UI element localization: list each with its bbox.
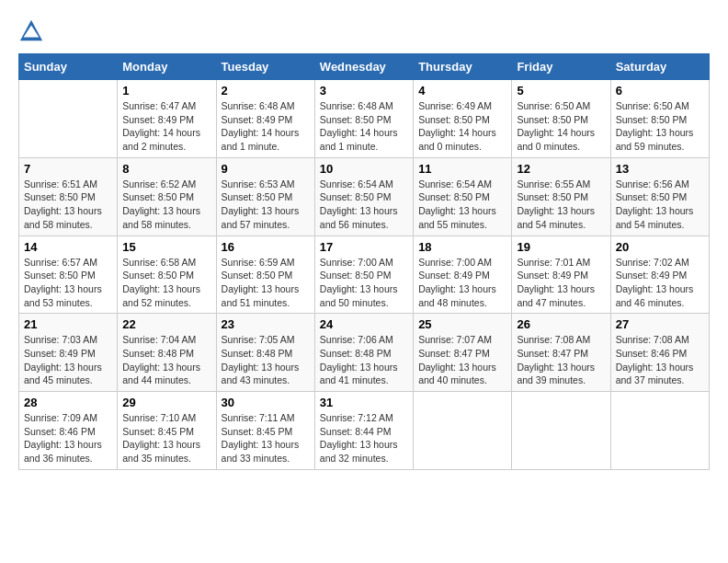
day-info: Sunrise: 6:48 AM Sunset: 8:49 PM Dayligh… <box>222 99 310 154</box>
calendar-cell: 29Sunrise: 7:10 AM Sunset: 8:45 PM Dayli… <box>118 392 216 470</box>
calendar-week-row: 21Sunrise: 7:03 AM Sunset: 8:49 PM Dayli… <box>19 314 710 392</box>
day-info: Sunrise: 6:50 AM Sunset: 8:50 PM Dayligh… <box>517 99 605 154</box>
day-number: 18 <box>418 240 506 254</box>
calendar-cell: 27Sunrise: 7:08 AM Sunset: 8:46 PM Dayli… <box>610 314 709 392</box>
day-info: Sunrise: 7:10 AM Sunset: 8:45 PM Dayligh… <box>122 411 210 465</box>
calendar-cell: 25Sunrise: 7:07 AM Sunset: 8:47 PM Dayli… <box>414 314 512 392</box>
calendar-week-row: 14Sunrise: 6:57 AM Sunset: 8:50 PM Dayli… <box>19 236 710 314</box>
weekday-header-sunday: Sunday <box>19 54 118 80</box>
calendar-cell: 20Sunrise: 7:02 AM Sunset: 8:49 PM Dayli… <box>610 236 709 314</box>
day-info: Sunrise: 7:00 AM Sunset: 8:50 PM Dayligh… <box>320 256 408 310</box>
calendar-cell: 26Sunrise: 7:08 AM Sunset: 8:47 PM Dayli… <box>512 314 610 392</box>
calendar-cell: 30Sunrise: 7:11 AM Sunset: 8:45 PM Dayli… <box>216 392 314 470</box>
weekday-header-tuesday: Tuesday <box>216 54 314 80</box>
day-number: 11 <box>418 162 506 176</box>
day-info: Sunrise: 6:47 AM Sunset: 8:49 PM Dayligh… <box>122 99 210 154</box>
day-info: Sunrise: 7:08 AM Sunset: 8:47 PM Dayligh… <box>517 333 605 387</box>
day-number: 22 <box>122 317 210 331</box>
day-number: 23 <box>222 317 310 331</box>
day-number: 28 <box>24 396 112 409</box>
day-info: Sunrise: 7:01 AM Sunset: 8:49 PM Dayligh… <box>517 256 605 310</box>
calendar-week-row: 28Sunrise: 7:09 AM Sunset: 8:46 PM Dayli… <box>19 392 710 470</box>
day-number: 9 <box>222 162 310 176</box>
day-info: Sunrise: 6:49 AM Sunset: 8:50 PM Dayligh… <box>418 99 506 154</box>
day-info: Sunrise: 6:51 AM Sunset: 8:50 PM Dayligh… <box>24 178 112 232</box>
day-number: 25 <box>418 317 506 331</box>
day-number: 16 <box>222 240 310 254</box>
day-info: Sunrise: 7:04 AM Sunset: 8:48 PM Dayligh… <box>122 333 210 387</box>
day-info: Sunrise: 6:58 AM Sunset: 8:50 PM Dayligh… <box>122 256 210 310</box>
calendar-cell: 10Sunrise: 6:54 AM Sunset: 8:50 PM Dayli… <box>314 157 413 236</box>
calendar-cell: 2Sunrise: 6:48 AM Sunset: 8:49 PM Daylig… <box>216 80 314 158</box>
day-number: 20 <box>616 240 704 254</box>
day-info: Sunrise: 6:54 AM Sunset: 8:50 PM Dayligh… <box>320 178 408 232</box>
day-number: 13 <box>616 162 704 176</box>
day-number: 10 <box>320 162 408 176</box>
weekday-header-thursday: Thursday <box>414 54 512 80</box>
general-blue-logo-icon <box>18 18 44 44</box>
calendar-cell: 6Sunrise: 6:50 AM Sunset: 8:50 PM Daylig… <box>610 80 709 158</box>
day-info: Sunrise: 7:09 AM Sunset: 8:46 PM Dayligh… <box>24 411 112 465</box>
day-number: 6 <box>616 84 704 98</box>
day-info: Sunrise: 7:07 AM Sunset: 8:47 PM Dayligh… <box>418 333 506 387</box>
calendar-table: SundayMondayTuesdayWednesdayThursdayFrid… <box>18 53 710 470</box>
calendar-week-row: 7Sunrise: 6:51 AM Sunset: 8:50 PM Daylig… <box>19 157 710 236</box>
calendar-cell: 19Sunrise: 7:01 AM Sunset: 8:49 PM Dayli… <box>512 236 610 314</box>
calendar-cell: 23Sunrise: 7:05 AM Sunset: 8:48 PM Dayli… <box>216 314 314 392</box>
page-header <box>18 18 710 44</box>
day-number: 24 <box>320 317 408 331</box>
day-info: Sunrise: 7:00 AM Sunset: 8:49 PM Dayligh… <box>418 256 506 310</box>
calendar-cell: 14Sunrise: 6:57 AM Sunset: 8:50 PM Dayli… <box>19 236 118 314</box>
calendar-cell <box>414 392 512 470</box>
calendar-cell: 22Sunrise: 7:04 AM Sunset: 8:48 PM Dayli… <box>118 314 216 392</box>
calendar-cell: 7Sunrise: 6:51 AM Sunset: 8:50 PM Daylig… <box>19 157 118 236</box>
day-info: Sunrise: 6:53 AM Sunset: 8:50 PM Dayligh… <box>222 178 310 232</box>
weekday-header-friday: Friday <box>512 54 610 80</box>
day-info: Sunrise: 6:54 AM Sunset: 8:50 PM Dayligh… <box>418 178 506 232</box>
calendar-cell: 15Sunrise: 6:58 AM Sunset: 8:50 PM Dayli… <box>118 236 216 314</box>
calendar-cell: 13Sunrise: 6:56 AM Sunset: 8:50 PM Dayli… <box>610 157 709 236</box>
weekday-header-monday: Monday <box>118 54 216 80</box>
day-info: Sunrise: 7:08 AM Sunset: 8:46 PM Dayligh… <box>616 333 704 387</box>
day-info: Sunrise: 6:50 AM Sunset: 8:50 PM Dayligh… <box>616 99 704 154</box>
calendar-cell <box>512 392 610 470</box>
day-info: Sunrise: 7:06 AM Sunset: 8:48 PM Dayligh… <box>320 333 408 387</box>
day-number: 1 <box>122 84 210 98</box>
weekday-header-row: SundayMondayTuesdayWednesdayThursdayFrid… <box>19 54 710 80</box>
day-number: 7 <box>24 162 112 176</box>
calendar-cell <box>19 80 118 158</box>
day-info: Sunrise: 7:05 AM Sunset: 8:48 PM Dayligh… <box>222 333 310 387</box>
calendar-cell: 18Sunrise: 7:00 AM Sunset: 8:49 PM Dayli… <box>414 236 512 314</box>
day-info: Sunrise: 7:11 AM Sunset: 8:45 PM Dayligh… <box>222 411 310 465</box>
day-number: 21 <box>24 317 112 331</box>
day-number: 27 <box>616 317 704 331</box>
calendar-cell: 1Sunrise: 6:47 AM Sunset: 8:49 PM Daylig… <box>118 80 216 158</box>
day-number: 4 <box>418 84 506 98</box>
calendar-week-row: 1Sunrise: 6:47 AM Sunset: 8:49 PM Daylig… <box>19 80 710 158</box>
day-number: 29 <box>122 396 210 409</box>
day-info: Sunrise: 6:57 AM Sunset: 8:50 PM Dayligh… <box>24 256 112 310</box>
calendar-cell: 12Sunrise: 6:55 AM Sunset: 8:50 PM Dayli… <box>512 157 610 236</box>
weekday-header-wednesday: Wednesday <box>314 54 413 80</box>
day-number: 8 <box>122 162 210 176</box>
calendar-cell: 8Sunrise: 6:52 AM Sunset: 8:50 PM Daylig… <box>118 157 216 236</box>
day-number: 19 <box>517 240 605 254</box>
day-info: Sunrise: 6:56 AM Sunset: 8:50 PM Dayligh… <box>616 178 704 232</box>
day-info: Sunrise: 7:02 AM Sunset: 8:49 PM Dayligh… <box>616 256 704 310</box>
calendar-cell: 5Sunrise: 6:50 AM Sunset: 8:50 PM Daylig… <box>512 80 610 158</box>
day-number: 15 <box>122 240 210 254</box>
day-number: 26 <box>517 317 605 331</box>
calendar-cell: 9Sunrise: 6:53 AM Sunset: 8:50 PM Daylig… <box>216 157 314 236</box>
day-number: 12 <box>517 162 605 176</box>
calendar-cell: 24Sunrise: 7:06 AM Sunset: 8:48 PM Dayli… <box>314 314 413 392</box>
day-info: Sunrise: 7:03 AM Sunset: 8:49 PM Dayligh… <box>24 333 112 387</box>
calendar-cell <box>610 392 709 470</box>
day-number: 30 <box>222 396 310 409</box>
calendar-cell: 3Sunrise: 6:48 AM Sunset: 8:50 PM Daylig… <box>314 80 413 158</box>
day-number: 31 <box>320 396 408 409</box>
calendar-cell: 4Sunrise: 6:49 AM Sunset: 8:50 PM Daylig… <box>414 80 512 158</box>
day-info: Sunrise: 6:52 AM Sunset: 8:50 PM Dayligh… <box>122 178 210 232</box>
day-info: Sunrise: 6:48 AM Sunset: 8:50 PM Dayligh… <box>320 99 408 154</box>
day-info: Sunrise: 6:55 AM Sunset: 8:50 PM Dayligh… <box>517 178 605 232</box>
calendar-cell: 16Sunrise: 6:59 AM Sunset: 8:50 PM Dayli… <box>216 236 314 314</box>
